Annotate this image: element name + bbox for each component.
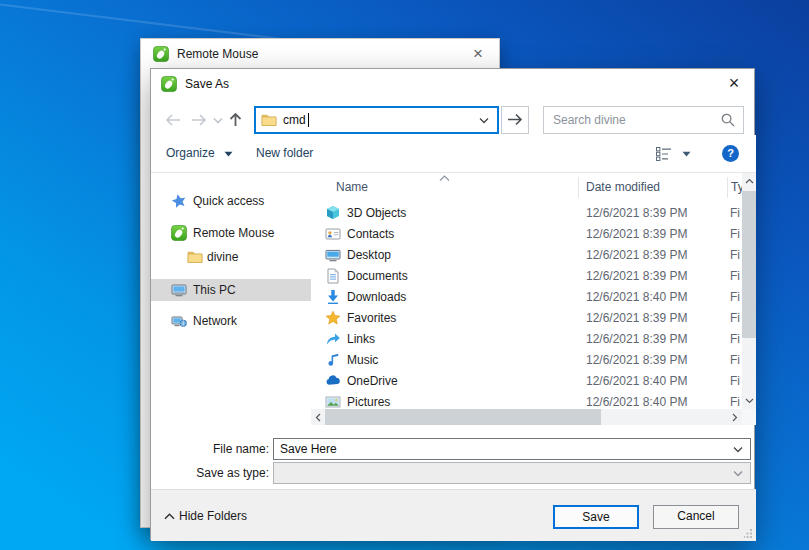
onedrive-icon <box>325 373 341 389</box>
item-name: Contacts <box>347 224 394 245</box>
search-input[interactable]: Search divine <box>553 107 626 133</box>
close-icon[interactable]: × <box>467 43 489 65</box>
item-date: 12/6/2021 8:39 PM <box>586 224 687 245</box>
item-name: Downloads <box>347 287 406 308</box>
sidebar-item-label: Remote Mouse <box>193 222 274 244</box>
view-details-icon[interactable] <box>656 147 672 161</box>
sidebar-item-remote-mouse[interactable]: Remote Mouse <box>151 222 311 244</box>
address-input[interactable]: cmd <box>283 108 306 132</box>
forward-arrow-icon[interactable] <box>190 113 208 127</box>
list-item[interactable]: Documents 12/6/2021 8:39 PM Fi <box>311 266 742 287</box>
folder-icon <box>261 112 277 128</box>
list-item[interactable]: OneDrive 12/6/2021 8:40 PM Fi <box>311 371 742 392</box>
magnifier-icon[interactable] <box>720 112 736 128</box>
up-arrow-icon[interactable] <box>228 111 243 128</box>
scroll-down-icon[interactable] <box>742 393 756 409</box>
item-type: Fi <box>730 245 740 266</box>
hide-folders-button[interactable]: Hide Folders <box>179 490 247 542</box>
favorites-icon <box>325 310 341 326</box>
file-name-label: File name: <box>171 439 269 460</box>
organize-label: Organize <box>166 146 215 160</box>
file-name-combobox[interactable]: Save Here <box>273 438 751 460</box>
column-divider[interactable] <box>578 177 579 198</box>
sidebar-item-quick-access[interactable]: Quick access <box>151 190 311 212</box>
item-date: 12/6/2021 8:40 PM <box>586 392 687 409</box>
close-icon[interactable]: × <box>722 72 746 96</box>
computer-icon <box>171 282 187 298</box>
item-name: OneDrive <box>347 371 398 392</box>
horizontal-scrollbar[interactable] <box>311 409 742 425</box>
item-date: 12/6/2021 8:39 PM <box>586 350 687 371</box>
item-date: 12/6/2021 8:39 PM <box>586 245 687 266</box>
back-arrow-icon[interactable] <box>164 113 182 127</box>
list-item[interactable]: Music 12/6/2021 8:39 PM Fi <box>311 350 742 371</box>
chevron-up-icon[interactable] <box>164 513 175 520</box>
item-date: 12/6/2021 8:40 PM <box>586 371 687 392</box>
item-type: Fi <box>730 266 740 287</box>
star-icon <box>171 193 187 209</box>
chevron-down-icon[interactable] <box>479 117 489 124</box>
list-rows: 3D Objects 12/6/2021 8:39 PM Fi Contacts… <box>311 203 742 409</box>
scrollbar-corner <box>742 409 756 425</box>
go-button[interactable] <box>501 106 529 134</box>
sidebar-item-divine[interactable]: divine <box>151 246 311 268</box>
save-button[interactable]: Save <box>553 505 639 529</box>
remote-mouse-titlebar[interactable]: Remote Mouse × <box>141 39 499 69</box>
dialog-title: Save As <box>185 69 229 99</box>
address-bar[interactable]: cmd <box>254 106 499 134</box>
window-title: Remote Mouse <box>177 39 258 69</box>
desktop-icon <box>325 247 341 263</box>
sidebar-item-label: This PC <box>193 279 236 301</box>
vertical-scrollbar[interactable] <box>742 173 756 409</box>
remote-mouse-icon <box>161 76 177 92</box>
new-folder-label: New folder <box>256 146 313 160</box>
history-chevron-icon[interactable] <box>213 117 223 124</box>
save-as-type-label: Save as type: <box>171 463 269 484</box>
sidebar-item-network[interactable]: Network <box>151 310 311 332</box>
cancel-button[interactable]: Cancel <box>653 505 739 529</box>
list-item[interactable]: Contacts 12/6/2021 8:39 PM Fi <box>311 224 742 245</box>
view-chevron-icon[interactable] <box>682 151 691 157</box>
item-name: Favorites <box>347 308 396 329</box>
save-as-type-combobox[interactable] <box>273 462 751 484</box>
list-item[interactable]: Links 12/6/2021 8:39 PM Fi <box>311 329 742 350</box>
column-header-name[interactable]: Name <box>336 173 368 201</box>
downloads-icon <box>325 289 341 305</box>
chevron-down-icon[interactable] <box>733 446 743 453</box>
column-divider[interactable] <box>727 177 728 198</box>
file-list: Name Date modified Ty 3D Objects 12/6/20… <box>311 173 756 425</box>
item-type: Fi <box>730 392 740 409</box>
resize-grip[interactable] <box>744 529 753 538</box>
scrollbar-thumb[interactable] <box>325 409 601 425</box>
file-name-value[interactable]: Save Here <box>280 439 337 459</box>
sidebar-item-label: Quick access <box>193 190 264 212</box>
sidebar-item-label: Network <box>193 310 237 332</box>
pictures-icon <box>325 394 341 409</box>
list-item[interactable]: Favorites 12/6/2021 8:39 PM Fi <box>311 308 742 329</box>
list-item[interactable]: Pictures 12/6/2021 8:40 PM Fi <box>311 392 742 409</box>
column-header-date-modified[interactable]: Date modified <box>586 173 660 201</box>
search-box[interactable]: Search divine <box>543 106 744 134</box>
item-type: Fi <box>730 308 740 329</box>
item-name: Pictures <box>347 392 390 409</box>
list-item[interactable]: Desktop 12/6/2021 8:39 PM Fi <box>311 245 742 266</box>
chevron-down-icon[interactable] <box>733 470 743 477</box>
scroll-up-icon[interactable] <box>742 173 756 189</box>
item-name: Desktop <box>347 245 391 266</box>
item-name: Links <box>347 329 375 350</box>
organize-caret-icon <box>224 151 233 157</box>
new-folder-button[interactable]: New folder <box>256 135 313 172</box>
dialog-titlebar[interactable]: Save As × <box>151 69 754 99</box>
scroll-right-icon[interactable] <box>728 409 742 425</box>
contacts-icon <box>325 226 341 242</box>
remote-mouse-icon <box>171 225 187 241</box>
help-icon[interactable]: ? <box>722 145 739 162</box>
links-icon <box>325 331 341 347</box>
network-icon <box>171 313 187 329</box>
organize-button[interactable]: Organize <box>166 135 233 172</box>
scrollbar-thumb[interactable] <box>742 191 756 338</box>
list-item[interactable]: 3D Objects 12/6/2021 8:39 PM Fi <box>311 203 742 224</box>
scroll-left-icon[interactable] <box>311 409 325 425</box>
sidebar-item-this-pc[interactable]: This PC <box>151 279 311 301</box>
list-item[interactable]: Downloads 12/6/2021 8:40 PM Fi <box>311 287 742 308</box>
